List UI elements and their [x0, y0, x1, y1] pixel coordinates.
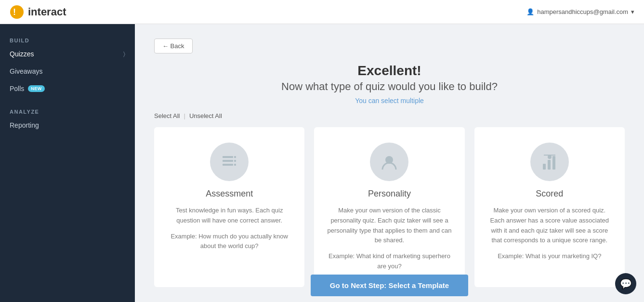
heading-area: Excellent! Now what type of quiz would y…: [154, 63, 625, 105]
svg-rect-9: [543, 164, 546, 170]
new-badge: NEW: [28, 85, 45, 92]
assessment-example: Example: How much do you actually know a…: [167, 232, 292, 252]
sidebar-item-quizzes[interactable]: Quizzes 〉: [0, 45, 135, 63]
heading-title: Excellent!: [154, 63, 625, 79]
cards-row: Assessment Test knowledge in fun ways. E…: [154, 127, 625, 287]
svg-rect-3: [223, 160, 233, 162]
user-email: hampersandhiccups@gmail.com: [537, 8, 628, 15]
scored-icon-circle: [530, 143, 569, 181]
logo: ! interact: [10, 5, 66, 19]
sidebar-item-giveaways[interactable]: Giveaways: [0, 63, 135, 80]
heading-subtitle: Now what type of quiz would you like to …: [154, 80, 625, 93]
assessment-card[interactable]: Assessment Test knowledge in fun ways. E…: [154, 127, 304, 287]
scored-desc: Make your own version of a scored quiz. …: [487, 206, 612, 246]
scored-example: Example: What is your marketing IQ?: [487, 251, 612, 262]
back-button[interactable]: ← Back: [154, 39, 193, 53]
heading-note-text: You can select: [355, 97, 400, 105]
assessment-icon: [220, 152, 239, 171]
svg-rect-6: [234, 160, 236, 162]
polls-item-left: Polls NEW: [10, 85, 45, 92]
user-icon: 👤: [526, 8, 534, 15]
svg-point-12: [548, 155, 552, 159]
sidebar-item-quizzes-label: Quizzes: [10, 50, 34, 58]
dropdown-icon: ▾: [631, 8, 634, 15]
svg-point-0: [10, 5, 24, 19]
personality-example: Example: What kind of marketing superher…: [327, 251, 452, 272]
select-all-link[interactable]: Select All: [154, 112, 180, 119]
personality-desc: Make your own version of the classic per…: [327, 206, 452, 246]
next-step-button[interactable]: Go to Next Step: Select a Template: [311, 275, 468, 296]
chat-icon: 💬: [620, 278, 632, 289]
assessment-icon-circle: [210, 143, 249, 181]
heading-note-multiple: multiple: [401, 97, 424, 105]
svg-rect-4: [223, 164, 233, 166]
sidebar-item-polls-label: Polls: [10, 85, 24, 92]
top-nav: ! interact 👤 hampersandhiccups@gmail.com…: [0, 0, 644, 24]
brand-name: interact: [28, 6, 66, 18]
sidebar-item-polls[interactable]: Polls NEW: [0, 80, 135, 97]
personality-icon: [380, 152, 399, 171]
select-controls: Select All | Unselect All: [154, 112, 625, 119]
svg-rect-2: [223, 156, 233, 158]
svg-text:!: !: [13, 7, 16, 17]
sidebar-item-reporting[interactable]: Reporting: [0, 117, 135, 134]
sidebar-item-reporting-label: Reporting: [10, 121, 39, 129]
svg-rect-5: [234, 156, 236, 158]
build-section-label: BUILD: [0, 34, 135, 45]
chat-widget[interactable]: 💬: [615, 273, 636, 294]
svg-rect-11: [552, 156, 555, 170]
analyze-section-label: ANALYZE: [0, 105, 135, 117]
assessment-title: Assessment: [167, 189, 292, 199]
scored-card[interactable]: Scored Make your own version of a scored…: [474, 127, 625, 287]
scored-icon: [539, 151, 560, 172]
personality-icon-circle: [370, 143, 408, 181]
unselect-all-link[interactable]: Unselect All: [189, 112, 222, 119]
user-menu[interactable]: 👤 hampersandhiccups@gmail.com ▾: [526, 8, 634, 15]
logo-icon: !: [10, 5, 24, 19]
layout: BUILD Quizzes 〉 Giveaways Polls NEW ANAL…: [0, 24, 644, 302]
chevron-right-icon: 〉: [123, 51, 125, 57]
main-content: ← Back Excellent! Now what type of quiz …: [135, 24, 644, 302]
personality-card[interactable]: Personality Make your own version of the…: [314, 127, 464, 287]
svg-rect-7: [234, 164, 236, 166]
personality-title: Personality: [327, 189, 452, 199]
assessment-desc: Test knowledge in fun ways. Each quiz qu…: [167, 206, 292, 226]
select-divider: |: [184, 112, 185, 119]
sidebar: BUILD Quizzes 〉 Giveaways Polls NEW ANAL…: [0, 24, 135, 302]
svg-rect-10: [548, 160, 551, 170]
heading-note: You can select multiple: [154, 97, 625, 105]
sidebar-item-giveaways-label: Giveaways: [10, 67, 42, 75]
scored-title: Scored: [487, 189, 612, 199]
